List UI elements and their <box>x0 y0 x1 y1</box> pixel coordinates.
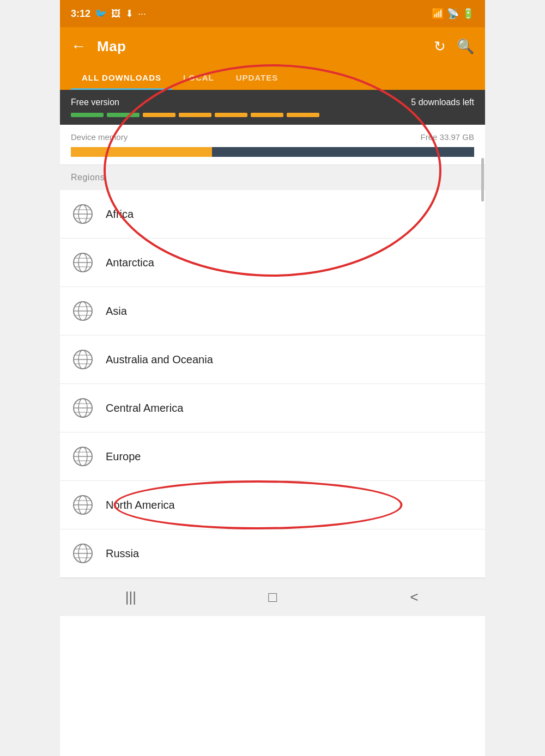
device-memory-section: Device memory Free 33.97 GB <box>60 125 485 165</box>
list-item[interactable]: Central America <box>60 384 485 432</box>
region-name-russia: Russia <box>106 547 139 560</box>
refresh-button[interactable]: ↻ <box>434 38 446 55</box>
menu-button[interactable]: ||| <box>114 587 147 608</box>
free-version-section: Free version 5 downloads left <box>60 90 485 125</box>
memory-bar <box>71 147 474 157</box>
list-item[interactable]: Europe <box>60 432 485 481</box>
download-slots <box>71 113 474 117</box>
slot-6 <box>251 113 283 117</box>
slot-5 <box>215 113 247 117</box>
memory-used-bar <box>71 147 212 157</box>
region-name-asia: Asia <box>106 305 127 318</box>
tab-updates[interactable]: UPDATES <box>225 65 289 90</box>
device-memory-label: Device memory <box>71 132 128 142</box>
slot-2 <box>107 113 140 117</box>
tab-local[interactable]: LOCAL <box>172 65 225 90</box>
device-memory-free: Free 33.97 GB <box>421 132 474 142</box>
region-name-antarctica: Antarctica <box>106 257 154 269</box>
app-bar-actions: ↻ 🔍 <box>434 38 474 55</box>
memory-free-bar <box>212 147 474 157</box>
globe-icon-africa <box>71 202 95 226</box>
region-name-europe: Europe <box>106 450 141 463</box>
tab-all-downloads[interactable]: ALL DOWNLOADS <box>71 65 172 90</box>
home-button[interactable]: □ <box>256 587 289 608</box>
regions-label-section: Regions <box>60 165 485 190</box>
battery-icon: 🔋 <box>462 8 474 20</box>
list-item[interactable]: Antarctica <box>60 239 485 287</box>
globe-icon-north-america <box>71 493 95 517</box>
image-icon: 🖼 <box>111 8 121 20</box>
app-title: Map <box>97 38 434 55</box>
tabs-bar: ALL DOWNLOADS LOCAL UPDATES <box>60 65 485 90</box>
downloads-left-label: 5 downloads left <box>411 97 474 107</box>
globe-icon-central-america <box>71 396 95 420</box>
free-version-label: Free version <box>71 97 119 107</box>
globe-icon-asia <box>71 299 95 323</box>
region-name-africa: Africa <box>106 208 134 221</box>
slot-4 <box>179 113 211 117</box>
status-time: 3:12 <box>71 8 90 20</box>
region-name-north-america: North America <box>106 499 175 511</box>
list-item[interactable]: Russia <box>60 529 485 578</box>
region-list: Africa Antarctica <box>60 190 485 578</box>
list-item[interactable]: Australia and Oceania <box>60 336 485 384</box>
back-nav-button[interactable]: < <box>398 587 431 608</box>
back-button[interactable]: ← <box>71 38 86 55</box>
region-name-australia: Australia and Oceania <box>106 353 213 366</box>
regions-label-text: Regions <box>71 173 105 182</box>
list-item-north-america[interactable]: North America <box>60 481 485 529</box>
status-bar: 3:12 🐦 🖼 ⬇ ··· 📶 📡 🔋 <box>60 0 485 27</box>
globe-icon-australia <box>71 347 95 371</box>
status-bar-right: 📶 📡 🔋 <box>432 8 474 20</box>
wifi-icon: 📶 <box>432 8 444 20</box>
globe-icon-russia <box>71 541 95 565</box>
search-button[interactable]: 🔍 <box>457 38 474 55</box>
status-bar-left: 3:12 🐦 🖼 ⬇ ··· <box>71 8 146 20</box>
globe-icon-antarctica <box>71 251 95 275</box>
signal-icon: 📡 <box>447 8 459 20</box>
free-version-header: Free version 5 downloads left <box>71 97 474 107</box>
slot-7 <box>287 113 319 117</box>
scrollbar[interactable] <box>481 158 484 202</box>
slot-3 <box>143 113 175 117</box>
globe-icon-europe <box>71 444 95 468</box>
region-name-central-america: Central America <box>106 402 183 414</box>
list-item[interactable]: Asia <box>60 287 485 336</box>
bottom-nav: ||| □ < <box>60 578 485 616</box>
app-bar: ← Map ↻ 🔍 <box>60 27 485 65</box>
list-item[interactable]: Africa <box>60 190 485 239</box>
notification-icon: 🐦 <box>95 8 107 20</box>
download-icon: ⬇ <box>125 8 134 20</box>
more-icon: ··· <box>138 8 146 20</box>
device-memory-header: Device memory Free 33.97 GB <box>71 132 474 142</box>
phone-screen: 3:12 🐦 🖼 ⬇ ··· 📶 📡 🔋 ← Map ↻ 🔍 ALL DOWNL… <box>60 0 485 756</box>
slot-1 <box>71 113 104 117</box>
